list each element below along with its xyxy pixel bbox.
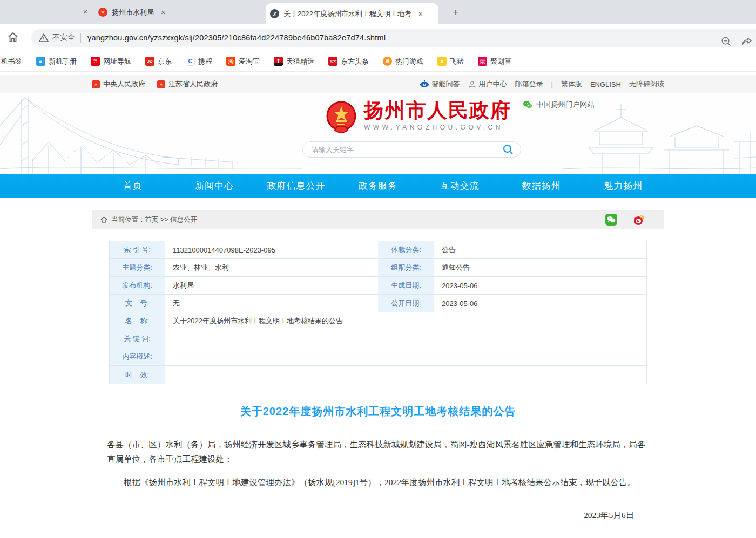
meta-value bbox=[165, 348, 646, 366]
national-emblem-logo bbox=[324, 100, 359, 134]
link-central-government[interactable]: ★ 中央人民政府 bbox=[92, 79, 145, 89]
meta-label: 生成日期: bbox=[379, 277, 434, 295]
national-emblem-icon: ★ bbox=[157, 80, 165, 88]
address-bar[interactable]: 不安全 yangzhou.gov.cn/yzszxxgk/slj/202305/… bbox=[31, 29, 756, 47]
nav-info-disclosure[interactable]: 政府信息公开 bbox=[255, 174, 337, 198]
tmall-icon: T bbox=[274, 57, 283, 66]
tab-close-icon[interactable]: × bbox=[416, 10, 426, 18]
search-box bbox=[302, 141, 521, 158]
wechat-icon bbox=[523, 100, 532, 109]
wechat-share-icon[interactable] bbox=[605, 214, 617, 226]
nav-data-yangzhou[interactable]: 数据扬州 bbox=[501, 174, 582, 198]
search-input[interactable] bbox=[312, 146, 502, 154]
article-paragraph: 根据《扬州市水利工程文明工地建设管理办法》（扬水规[2019]1号），2022年… bbox=[107, 475, 649, 489]
url-text[interactable]: yangzhou.gov.cn/yzszxxgk/slj/202305/210c… bbox=[87, 33, 386, 42]
tab-title: 扬州市水利局 bbox=[112, 8, 154, 17]
article-paragraph: 各县（市、区）水利（务）局，扬州经济开发区城乡事务管理局，生态科技新城规划建设局… bbox=[107, 437, 649, 466]
breadcrumb[interactable]: 当前位置：首页 >> 信息公开 bbox=[111, 215, 197, 224]
bookmark-aitaobao[interactable]: 淘 爱淘宝 bbox=[226, 57, 260, 66]
bookmark-hot-games[interactable]: ▣ 热门游戏 bbox=[383, 57, 423, 66]
nav-site-icon: 导 bbox=[91, 57, 100, 66]
bookmark-url-navigation[interactable]: 导 网址导航 bbox=[91, 57, 131, 66]
smart-qa-link[interactable]: 智能问答 bbox=[420, 79, 460, 89]
article: 关于2022年度扬州市水利工程文明工地考核结果的公告 各县（市、区）水利（务）局… bbox=[92, 404, 664, 538]
nav-home[interactable]: 首页 bbox=[92, 174, 173, 198]
divider: | bbox=[551, 80, 553, 88]
meta-value: 无 bbox=[165, 295, 379, 312]
traditional-chinese-link[interactable]: 繁体版 bbox=[561, 79, 582, 89]
portal-label: 中国扬州门户网站 bbox=[536, 100, 595, 110]
bookmark-fliggy[interactable]: ᴥ 飞猪 bbox=[437, 57, 464, 66]
tab-active-announcement[interactable]: Z 关于2022年度扬州市水利工程文明工地考 × bbox=[266, 3, 438, 24]
meta-label: 内容概述: bbox=[110, 348, 165, 366]
meta-label: 发布机构: bbox=[110, 277, 165, 295]
tab-close-icon[interactable]: × bbox=[158, 8, 168, 17]
meta-label: 索 引 号: bbox=[110, 241, 165, 259]
warning-triangle-icon bbox=[39, 33, 49, 43]
home-icon[interactable] bbox=[6, 31, 19, 44]
bridge-lineart bbox=[0, 93, 302, 174]
meta-value: 2023-05-06 bbox=[434, 277, 646, 295]
meta-label: 公开日期: bbox=[379, 295, 434, 312]
game-icon: ▣ bbox=[383, 57, 392, 66]
fliggy-pig-icon: ᴥ bbox=[437, 57, 447, 66]
meta-value: 农业、林业、水利 bbox=[165, 259, 379, 277]
meta-value: 通知公告 bbox=[434, 259, 646, 277]
meta-value: 水利局 bbox=[165, 277, 379, 295]
meta-label: 时 效: bbox=[110, 366, 165, 384]
eastday-icon: 东方 bbox=[328, 57, 338, 66]
article-date: 2023年5月6日 bbox=[107, 508, 649, 522]
meta-label: 名 称: bbox=[110, 312, 165, 330]
meta-label: 体裁分类: bbox=[379, 241, 434, 259]
site-title: 扬州市人民政府 bbox=[364, 100, 511, 122]
jd-icon: JD bbox=[145, 57, 154, 66]
home-small-icon bbox=[100, 216, 107, 223]
bookmark-tmall[interactable]: T 天猫精选 bbox=[274, 57, 314, 66]
new-tab-button[interactable]: + bbox=[449, 6, 462, 19]
national-emblem-icon: ★ bbox=[92, 80, 100, 88]
nav-news-center[interactable]: 新闻中心 bbox=[173, 174, 255, 198]
tab-close-button[interactable]: × bbox=[80, 6, 91, 17]
manual-icon: ≡ bbox=[36, 57, 45, 66]
juhuasuan-icon: 聚 bbox=[478, 57, 487, 66]
nav-charm-yangzhou[interactable]: 魅力扬州 bbox=[583, 174, 664, 198]
share-icon[interactable] bbox=[741, 36, 753, 47]
bookmarks-bar: 机书签 ≡ 新机手册 导 网址导航 JD 京东 C 携程 淘 爱淘宝 T 天猫精… bbox=[0, 51, 756, 72]
bookmark-eastday[interactable]: 东方 东方头条 bbox=[328, 57, 369, 66]
search-icon[interactable] bbox=[502, 144, 514, 155]
site-banner: 扬州市人民政府 WWW.YANGZHOU.GOV.CN 中国扬州门户网站 bbox=[0, 93, 756, 174]
site-logo[interactable]: 扬州市人民政府 WWW.YANGZHOU.GOV.CN bbox=[324, 100, 511, 134]
document-meta-table: 索 引 号: 11321000014407098E-2023-095 体裁分类:… bbox=[109, 241, 647, 384]
meta-value: 公告 bbox=[434, 241, 646, 259]
gov-utility-bar: ★ 中央人民政府 ★ 江苏省人民政府 智能问答 用户中 bbox=[0, 75, 756, 93]
user-center-link[interactable]: 用户中心 bbox=[468, 79, 507, 89]
nav-interaction[interactable]: 互动交流 bbox=[419, 174, 501, 198]
browser-toolbar: 不安全 yangzhou.gov.cn/yzszxxgk/slj/202305/… bbox=[0, 24, 756, 51]
page-content: 当前位置：首页 >> 信息公开 索 引 号: 11321000014407098… bbox=[92, 210, 664, 538]
meta-value bbox=[165, 330, 646, 348]
bookmark-ctrip[interactable]: C 携程 bbox=[186, 57, 212, 66]
user-icon bbox=[468, 80, 476, 88]
weibo-share-icon[interactable] bbox=[633, 214, 645, 226]
bookmark-new-phone-manual[interactable]: ≡ 新机手册 bbox=[36, 57, 77, 66]
bookmark-juhuasuan[interactable]: 聚 聚划算 bbox=[478, 57, 511, 66]
mail-login-link[interactable]: 邮箱登录 bbox=[515, 79, 543, 89]
taobao-icon: 淘 bbox=[226, 57, 235, 66]
meta-label: 组配分类: bbox=[379, 259, 434, 277]
meta-label: 主题分类: bbox=[110, 259, 165, 277]
site-url-label: WWW.YANGZHOU.GOV.CN bbox=[364, 124, 511, 131]
nav-gov-services[interactable]: 政务服务 bbox=[337, 174, 418, 198]
accessibility-link[interactable]: 无障碍阅读 bbox=[629, 79, 664, 89]
link-jiangsu-government[interactable]: ★ 江苏省人民政府 bbox=[157, 79, 218, 89]
portal-link[interactable]: 中国扬州门户网站 bbox=[523, 100, 595, 110]
meta-value: 11321000014407098E-2023-095 bbox=[165, 241, 379, 259]
english-link[interactable]: ENGLISH bbox=[590, 80, 621, 88]
ctrip-dolphin-icon: C bbox=[186, 57, 195, 66]
zoom-out-icon[interactable] bbox=[720, 36, 732, 47]
bookmark-jd[interactable]: JD 京东 bbox=[145, 57, 172, 66]
tab-title: 关于2022年度扬州市水利工程文明工地考 bbox=[284, 9, 411, 19]
tab-yangzhou-water-bureau[interactable]: ★ 扬州市水利局 × bbox=[98, 0, 264, 24]
bookmark-mobile-bookmarks[interactable]: 机书签 bbox=[1, 57, 22, 66]
robot-icon bbox=[420, 80, 429, 88]
meta-value: 关于2022年度扬州市水利工程文明工地考核结果的公告 bbox=[165, 312, 646, 330]
